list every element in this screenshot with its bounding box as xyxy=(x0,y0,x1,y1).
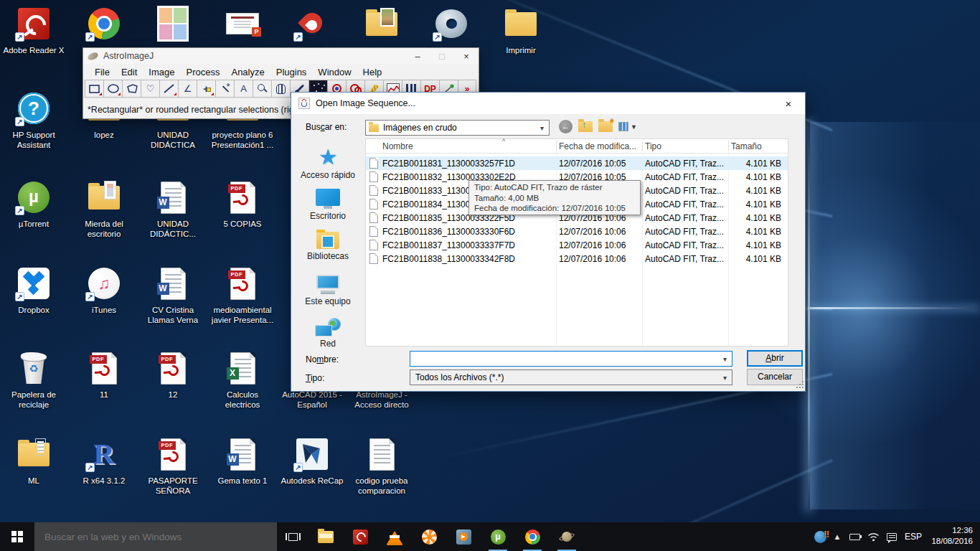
desktop-icon-unidad-didactic-doc[interactable]: W UNIDAD DIDÁCTIC... xyxy=(141,179,205,240)
desktop-icon-recycle-bin[interactable]: ♻ Papelera de reciclaje xyxy=(1,350,66,410)
file-row[interactable]: FC21B0011837_11300033337F7D 12/07/2016 1… xyxy=(366,238,788,252)
minimize-button[interactable]: – xyxy=(405,49,430,64)
sidebar-item-desktop[interactable]: Escritorio xyxy=(291,189,364,221)
desktop-icon-r[interactable]: R R x64 3.1.2 xyxy=(72,436,136,486)
open-image-sequence-dialog: Open Image Sequence... × Buscar en: Imág… xyxy=(291,92,806,392)
file-name-input[interactable] xyxy=(410,352,718,366)
tray-alert-icon[interactable]: !! xyxy=(811,522,829,551)
back-button[interactable]: ← xyxy=(559,120,573,133)
look-in-combobox[interactable]: Imágenes en crudo ▾ xyxy=(365,120,550,136)
desktop-icon-ml[interactable]: ML xyxy=(1,436,66,486)
battery-icon[interactable] xyxy=(845,522,864,551)
wifi-icon[interactable] xyxy=(864,522,882,551)
desktop-icon-hp-support[interactable]: ? HP Support Assistant xyxy=(1,90,66,151)
wand-tool[interactable] xyxy=(215,80,234,98)
desktop-icon-mierda-escritorio[interactable]: Mierda del escritorio xyxy=(72,179,136,240)
oval-tool[interactable] xyxy=(103,80,122,98)
desktop-icon-imprimir[interactable]: Imprimir xyxy=(489,6,553,55)
language-indicator[interactable]: ESP xyxy=(901,522,925,551)
menu-bar: File Edit Image Process Analyze Plugins … xyxy=(83,64,479,80)
view-menu-button[interactable]: ▼ xyxy=(618,122,637,131)
rectangle-tool[interactable] xyxy=(85,80,103,98)
desktop-icon-5-copias[interactable]: PDF 5 COPIAS xyxy=(210,179,275,229)
sidebar-item-this-pc[interactable]: Este equipo xyxy=(291,275,364,306)
sidebar-item-libraries[interactable]: Bibliotecas xyxy=(291,232,364,261)
column-header-type[interactable]: Tipo xyxy=(645,141,661,151)
angle-tool[interactable]: ∠ xyxy=(178,80,197,98)
folder-icon xyxy=(366,12,397,36)
menu-window[interactable]: Window xyxy=(312,67,357,77)
desktop-icon-itunes[interactable]: ♫ iTunes xyxy=(72,265,136,315)
notifications-icon[interactable] xyxy=(882,522,901,551)
desktop-icon-medioambiental[interactable]: PDF medioambiental javier Presenta... xyxy=(210,265,275,326)
word-document-icon: W xyxy=(230,438,255,471)
clock[interactable]: 12:36 18/08/2016 xyxy=(925,522,980,551)
column-header-size[interactable]: Tamaño xyxy=(731,141,781,151)
menu-file[interactable]: File xyxy=(89,67,116,77)
file-row[interactable]: FC21B0011831_11300033257F1D 12/07/2016 1… xyxy=(366,156,788,170)
taskbar-vlc[interactable] xyxy=(377,522,412,551)
taskbar-spiral-app[interactable] xyxy=(412,522,446,551)
menu-plugins[interactable]: Plugins xyxy=(270,67,313,77)
menu-analyze[interactable]: Analyze xyxy=(225,67,270,77)
chevron-down-icon[interactable]: ▾ xyxy=(718,355,732,363)
maximize-button[interactable]: □ xyxy=(430,49,454,64)
file-row[interactable]: FC21B0011836_11300033330F6D 12/07/2016 1… xyxy=(366,225,788,238)
point-tool[interactable]: + xyxy=(197,80,215,98)
desktop-icon-pdf-11[interactable]: PDF 11 xyxy=(72,350,136,400)
menu-help[interactable]: Help xyxy=(357,67,388,77)
zoom-tool[interactable] xyxy=(253,80,271,98)
polygon-tool[interactable] xyxy=(122,80,141,98)
sort-ascending-icon: ^ xyxy=(502,138,505,145)
sidebar-item-quick-access[interactable]: ★ Acceso rápido xyxy=(291,146,364,180)
file-icon xyxy=(369,212,378,223)
taskbar-chrome[interactable] xyxy=(515,522,550,551)
file-type-combobox[interactable]: Todos los Archivos (*.*) ▾ xyxy=(410,369,732,385)
start-button[interactable] xyxy=(0,522,34,551)
open-button[interactable]: Abrir xyxy=(747,350,803,367)
menu-image[interactable]: Image xyxy=(143,67,180,77)
up-one-level-button[interactable] xyxy=(578,121,593,132)
task-view-button[interactable] xyxy=(277,522,308,551)
taskbar-media-player[interactable]: ▶ xyxy=(446,522,481,551)
close-button[interactable]: × xyxy=(454,49,479,64)
file-row[interactable]: FC21B0011838_11300033342F8D 12/07/2016 1… xyxy=(366,252,788,265)
recycle-bin-icon: ♻ xyxy=(21,352,47,384)
desktop-icon-codigo-prueba[interactable]: codigo prueba comparacion xyxy=(349,436,414,496)
taskbar-utorrent[interactable]: µ xyxy=(481,522,515,551)
line-tool[interactable] xyxy=(159,80,178,98)
menu-edit[interactable]: Edit xyxy=(116,67,143,77)
desktop-icon-gema-texto[interactable]: W Gema texto 1 xyxy=(210,436,275,486)
chevron-down-icon[interactable]: ▾ xyxy=(718,374,732,382)
desktop-icon-autodesk-recap[interactable]: Autodesk ReCap xyxy=(280,436,344,486)
astroimagej-titlebar[interactable]: AstroImageJ – □ × xyxy=(83,48,479,64)
menu-process[interactable]: Process xyxy=(181,67,226,77)
show-hidden-icons-button[interactable]: ▲ xyxy=(829,522,845,551)
taskbar-adobe-reader[interactable] xyxy=(343,522,377,551)
search-input[interactable] xyxy=(34,532,277,542)
quick-access-icon: ★ xyxy=(291,146,364,168)
desktop-icon-utorrent[interactable]: µ µTorrent xyxy=(1,179,66,229)
file-name-combobox[interactable]: ▾ xyxy=(410,351,732,367)
column-header-date[interactable]: Fecha de modifica... xyxy=(559,141,636,151)
new-folder-button[interactable] xyxy=(598,121,613,132)
hand-tool[interactable] xyxy=(271,80,290,98)
text-tool[interactable]: A xyxy=(234,80,253,98)
freehand-tool[interactable]: ♡ xyxy=(141,80,159,98)
dialog-close-button[interactable]: × xyxy=(772,93,805,114)
resize-grip[interactable] xyxy=(795,381,804,390)
desktop-icon-calculos-electricos[interactable]: X Calculos electricos xyxy=(210,350,275,410)
dialog-titlebar[interactable]: Open Image Sequence... × xyxy=(291,93,805,114)
desktop-icon-pasaporte[interactable]: PDF PASAPORTE SEÑORA xyxy=(141,436,205,496)
desktop-icon-cv-cristina[interactable]: W CV Cristina Llamas Verna xyxy=(141,265,205,326)
sidebar-item-network[interactable]: Red xyxy=(291,318,364,349)
desktop-icon-pdf-12[interactable]: PDF 12 xyxy=(141,350,205,400)
taskbar-search[interactable] xyxy=(34,522,277,551)
chevron-down-icon[interactable]: ▾ xyxy=(535,124,549,132)
desktop-icon-adobe-reader[interactable]: Adobe Reader X xyxy=(1,6,66,55)
taskbar-file-explorer[interactable] xyxy=(308,522,343,551)
taskbar-astroimagej[interactable] xyxy=(550,522,584,551)
file-name-label: Nombre: xyxy=(306,354,339,364)
desktop-icon-dropbox[interactable]: Dropbox xyxy=(1,265,66,315)
column-header-name[interactable]: Nombre xyxy=(382,141,413,151)
